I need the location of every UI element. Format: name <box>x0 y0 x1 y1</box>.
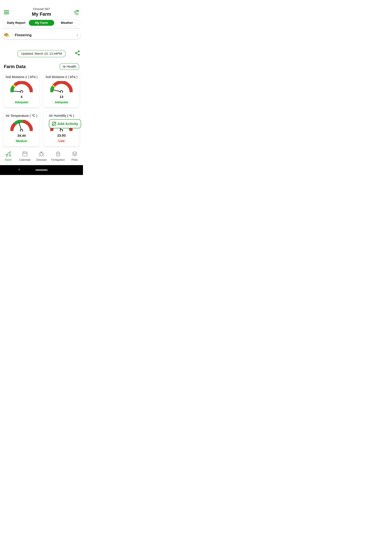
crop-stage-row[interactable]: Flowering › <box>2 31 81 39</box>
gauge-soil-moisture-2 <box>50 81 73 93</box>
card-soil-moisture-2[interactable]: Soil Moisture-2 ( kPa ) 13 Adequate <box>44 73 80 107</box>
svg-rect-27 <box>23 152 27 156</box>
stethoscope-icon <box>62 65 65 68</box>
android-navbar <box>0 165 83 175</box>
tab-my-farm[interactable]: My Farm <box>29 20 54 26</box>
section-title: Farm Data <box>4 64 26 69</box>
svg-point-23 <box>60 129 63 131</box>
crop-stage-label: Flowering <box>15 33 77 37</box>
svg-point-15 <box>65 66 65 67</box>
tab-weather[interactable]: Weather <box>54 20 80 26</box>
svg-point-32 <box>41 152 42 153</box>
card-status: Low <box>56 139 66 143</box>
svg-line-38 <box>43 156 44 157</box>
potato-icon <box>3 31 10 38</box>
nav-label: Disease <box>36 158 47 162</box>
card-status: Medium <box>14 139 29 143</box>
edit-icon <box>52 121 56 126</box>
vertical-divider <box>12 32 13 37</box>
svg-point-9 <box>7 36 9 37</box>
tractor-icon <box>5 151 11 157</box>
card-status: Adequate <box>13 100 30 104</box>
svg-point-26 <box>9 155 11 156</box>
nav-label: Plots <box>71 158 78 162</box>
bug-icon <box>38 151 44 157</box>
card-title: Soil Moisture-1 ( kPa ) <box>5 75 38 79</box>
svg-point-6 <box>78 11 78 11</box>
card-value: 34.44 <box>5 134 38 138</box>
health-label: Health <box>67 65 76 68</box>
divider <box>3 28 80 28</box>
nav-label: Fertigation <box>51 158 65 162</box>
card-value: 13 <box>45 95 78 99</box>
calendar-icon <box>22 151 28 157</box>
tab-daily-report[interactable]: Daily Report <box>3 20 29 26</box>
svg-point-21 <box>20 129 23 131</box>
nav-label: Farm <box>5 158 12 162</box>
bottom-nav: Farm Calendar Disease Fertigation Plots <box>0 147 83 165</box>
call-support-button[interactable] <box>71 8 81 17</box>
card-title: Air Humidity ( % ) <box>45 114 78 118</box>
nav-disease[interactable]: Disease <box>33 151 50 162</box>
card-value: 23.93 <box>45 134 78 137</box>
health-button[interactable]: Health <box>59 63 79 70</box>
add-activity-label: Add Activity <box>58 122 78 126</box>
svg-line-33 <box>39 153 40 153</box>
top-tabs: Daily Report My Farm Weather <box>3 19 80 26</box>
svg-line-34 <box>43 153 44 153</box>
system-back-button[interactable] <box>18 168 21 171</box>
nav-label: Calendar <box>19 158 31 162</box>
location-label: Chovad~827 <box>0 7 83 11</box>
chevron-right-icon: › <box>77 33 78 37</box>
menu-button[interactable] <box>2 8 11 17</box>
svg-line-13 <box>77 52 78 53</box>
nav-fertigation[interactable]: Fertigation <box>50 151 66 162</box>
card-air-temperature[interactable]: Air Temperature ( ℃ ) 34.44 Medium <box>4 111 40 146</box>
card-title: Air Temperature ( ℃ ) <box>5 114 38 118</box>
card-value: 4 <box>5 95 38 99</box>
card-soil-moisture-1[interactable]: Soil Moisture-1 ( kPa ) 4 Adequate <box>4 73 40 107</box>
add-activity-button[interactable]: Add Activity <box>49 119 81 128</box>
svg-point-25 <box>6 154 8 156</box>
card-air-humidity[interactable]: Air Humidity ( % ) 23.93 Low <box>44 111 80 146</box>
gauge-air-temperature <box>10 120 33 131</box>
svg-line-37 <box>39 156 40 157</box>
share-button[interactable] <box>75 51 80 56</box>
hamburger-icon <box>4 10 9 14</box>
svg-line-14 <box>77 53 78 54</box>
nav-plots[interactable]: Plots <box>66 151 83 162</box>
card-status: Adequate <box>53 100 70 104</box>
nav-calendar[interactable]: Calendar <box>17 151 33 162</box>
svg-point-17 <box>20 90 23 93</box>
layers-icon <box>72 151 78 157</box>
system-home-pill[interactable] <box>36 169 48 171</box>
gauge-soil-moisture-1 <box>10 81 33 93</box>
phone-chat-icon <box>74 10 79 15</box>
updated-pill[interactable]: Updated: March 10, 12:44PM <box>17 50 66 57</box>
card-title: Soil Moisture-2 ( kPa ) <box>45 75 78 79</box>
fertigation-icon <box>55 151 61 157</box>
share-icon <box>75 51 80 56</box>
nav-farm[interactable]: Farm <box>0 151 17 162</box>
svg-marker-39 <box>72 152 77 154</box>
svg-point-19 <box>60 90 63 93</box>
page-title: My Farm <box>0 11 83 17</box>
